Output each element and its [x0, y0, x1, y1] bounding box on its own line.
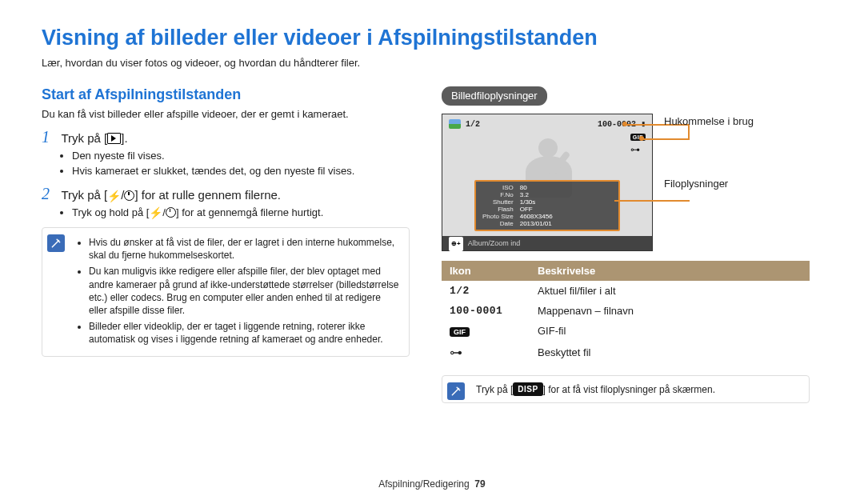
callout-memory: Hukommelse i brug — [664, 115, 754, 127]
left-column: Start af Afspilningstilstanden Du kan få… — [42, 86, 410, 403]
page-footer: Afspilning/Redigering 79 — [0, 478, 864, 490]
photo-icon — [449, 119, 461, 129]
note-item-2: Du kan muligvis ikke redigere eller afsp… — [89, 265, 401, 317]
callout-fileinfo: Filoplysninger — [664, 178, 728, 190]
page-title: Visning af billeder eller videoer i Afsp… — [42, 26, 822, 50]
timer-icon — [124, 190, 134, 201]
table-row: 100-0001Mappenavn – filnavn — [442, 301, 810, 321]
file-info-overlay: ISO80 F.No3.2 Shutter1/30s FlashOFF Phot… — [474, 180, 620, 231]
disp-button-icon: DISP — [513, 382, 542, 396]
play-icon — [107, 133, 121, 144]
step-2: 2 Tryk på [⚡/] for at rulle gennem filer… — [42, 185, 410, 219]
note-box-left: Hvis du ønsker at få vist de filer, der … — [42, 227, 410, 357]
right-column: Billedfiloplysninger 1/2 100-0002 ▮ GIF … — [442, 86, 810, 403]
step-1-pre: Tryk på [ — [61, 131, 107, 145]
note-right-post: ] for at få vist filoplysninger på skærm… — [543, 384, 715, 395]
gif-chip-icon: GIF — [450, 327, 470, 337]
step-1: 1 Tryk på []. Den nyeste fil vises. Hvis… — [42, 128, 410, 177]
timer-icon — [166, 207, 176, 218]
step-1-number: 1 — [42, 128, 58, 146]
note-item-3: Billeder eller videoklip, der er taget i… — [89, 320, 401, 346]
flash-icon: ⚡ — [149, 206, 162, 219]
step-1-bullet-2: Hvis kameraet er slukket, tændes det, og… — [72, 165, 410, 177]
step-2-number: 2 — [42, 185, 58, 203]
protected-icon: ⊶ — [630, 144, 646, 155]
subheading-start: Start af Afspilningstilstanden — [42, 86, 410, 103]
bottom-bar: ⊕+ Album/Zoom ind — [442, 236, 652, 250]
th-desc: Beskrivelse — [530, 261, 810, 281]
step-2-post: ] for at rulle gennem filerne. — [134, 188, 281, 202]
step-1-bullet-1: Den nyeste fil vises. — [72, 150, 410, 162]
file-counter: 1/2 — [466, 120, 480, 129]
note-icon — [447, 382, 465, 400]
table-row: 1/2Aktuel fil/filer i alt — [442, 281, 810, 301]
legend-table: Ikon Beskrivelse 1/2Aktuel fil/filer i a… — [442, 261, 810, 364]
table-row: GIFGIF-fil — [442, 321, 810, 341]
note-right-pre: Tryk på [ — [476, 384, 513, 395]
table-row: ⊶Beskyttet fil — [442, 341, 810, 364]
key-icon: ⊶ — [442, 341, 530, 364]
note-icon — [47, 234, 65, 252]
magnify-icon: ⊕+ — [449, 237, 463, 251]
page-lead: Lær, hvordan du viser fotos og videoer, … — [42, 57, 822, 69]
pill-heading: Billedfiloplysninger — [442, 86, 547, 106]
flash-icon: ⚡ — [107, 190, 121, 202]
th-icon: Ikon — [442, 261, 530, 281]
screen-wrap: 1/2 100-0002 ▮ GIF ⊶ ISO80 F.No3.2 Shutt… — [442, 114, 810, 251]
intro-text: Du kan få vist billeder eller afspille v… — [42, 108, 410, 120]
note-item-1: Hvis du ønsker at få vist de filer, der … — [89, 236, 401, 262]
step-2-pre: Tryk på [ — [61, 188, 107, 202]
note-box-right: Tryk på [DISP] for at få vist filoplysni… — [442, 375, 810, 403]
step-1-post: ]. — [121, 131, 127, 145]
lcd-preview: 1/2 100-0002 ▮ GIF ⊶ ISO80 F.No3.2 Shutt… — [442, 114, 653, 251]
step-2-bullet-1: Tryk og hold på [⚡/] for at gennemgå fil… — [72, 206, 410, 219]
bottom-bar-label: Album/Zoom ind — [468, 239, 521, 247]
